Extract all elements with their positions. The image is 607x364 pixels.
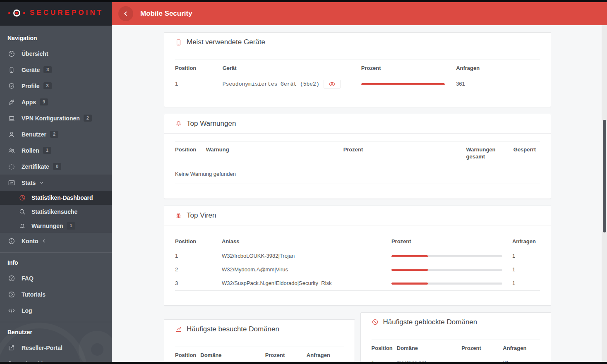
- pie-chart-icon: [18, 194, 26, 202]
- sidebar-item-log[interactable]: Log: [0, 302, 112, 318]
- logo-dot-icon: [8, 12, 10, 14]
- column-header: Position: [175, 233, 222, 249]
- sidebar-item-faq[interactable]: FAQ: [0, 270, 112, 286]
- warnings-table: Position Warnung Prozent Warnungen gesam…: [175, 141, 540, 184]
- sidebar-item-tutorials[interactable]: Tutorials: [0, 286, 112, 302]
- card-body: Position Gerät Prozent Anfragen 1 Pseudo…: [164, 52, 551, 107]
- bell-icon: [175, 120, 182, 127]
- sidebar-item-label: Tutorials: [22, 291, 46, 298]
- brand-logo[interactable]: SECUREPOINT: [0, 0, 112, 26]
- card-title: Meist verwendete Geräte: [187, 38, 265, 46]
- count-badge: 2: [50, 131, 58, 138]
- count-badge: 1: [67, 222, 75, 229]
- sidebar-item-label: Geräte: [22, 67, 40, 73]
- page-header: Mobile Security: [112, 2, 607, 25]
- sidebar-item-uebersicht[interactable]: Übersicht: [0, 46, 112, 62]
- column-header: Domäne: [200, 347, 265, 362]
- column-header: Anfragen: [307, 347, 344, 362]
- card-title: Häufigste geblockte Domänen: [383, 318, 477, 326]
- virus-name: W32/Mydoom.A@mm|Virus: [222, 263, 391, 277]
- table-row: 1 W32/Ircbot.GUKK-3982|Trojan 1: [175, 249, 540, 263]
- card-visited-domains: Häufigste besuchte Domänen Position Domä…: [164, 319, 355, 362]
- sidebar-item-vpn-konfigurationen[interactable]: VPN Konfigurationen 2: [0, 110, 112, 126]
- position-cell: 1: [175, 249, 222, 263]
- sidebar-item-statistikensuche[interactable]: Statistikensuche: [0, 205, 112, 219]
- domain-cell: meetrics.net: [397, 356, 461, 362]
- column-header: Prozent: [265, 347, 307, 362]
- column-header: Anfragen: [503, 340, 540, 356]
- count-badge: 0: [53, 163, 61, 170]
- sidebar-item-apps[interactable]: Apps 9: [0, 94, 112, 110]
- main-content: Meist verwendete Geräte Position Gerät P…: [112, 25, 607, 362]
- empty-message: Keine Warnung gefunden: [175, 165, 540, 184]
- table-row: 1 meetrics.net 31: [372, 356, 540, 362]
- sidebar-item-label: FAQ: [22, 275, 34, 282]
- column-header: Position: [372, 340, 397, 356]
- card-top-warnings: Top Warnungen Position Warnung Prozent W…: [164, 114, 551, 199]
- sidebar-item-reseller-portal[interactable]: Reseller-Portal: [0, 340, 112, 356]
- viruses-table: Position Anlass Prozent Anfragen 1 W32/I…: [175, 233, 540, 291]
- visited-domains-table: Position Domäne Prozent Anfragen 1 spieg…: [175, 347, 344, 362]
- column-header: Position: [175, 141, 206, 165]
- blocked-domains-table: Position Domäne Prozent Anfragen 1 meetr…: [372, 340, 540, 362]
- search-icon: [18, 208, 26, 216]
- sidebar-item-geraete[interactable]: Geräte 3: [0, 62, 112, 78]
- user-icon: [7, 130, 15, 138]
- requests-cell: 1: [512, 263, 540, 277]
- sidebar-item-label: Profile: [22, 83, 40, 89]
- back-button[interactable]: [118, 6, 133, 21]
- nav-section-info: Info: [0, 253, 112, 270]
- chevron-left-icon: [122, 10, 129, 17]
- count-badge: 2: [84, 115, 92, 122]
- empty-table-row: Keine Warnung gefunden: [175, 165, 540, 184]
- card-body: Position Anlass Prozent Anfragen 1 W32/I…: [164, 225, 551, 305]
- percent-bar: [391, 269, 502, 271]
- position-cell: 1: [175, 77, 223, 92]
- sidebar-item-label: VPN Konfigurationen: [22, 115, 80, 122]
- count-badge: 3: [43, 82, 52, 89]
- sidebar-item-label: Warnungen: [31, 223, 63, 229]
- card-body: Position Domäne Prozent Anfragen 1 meetr…: [361, 332, 551, 362]
- card-top-viruses: Top Viren Position Anlass Prozent Anfrag…: [164, 206, 551, 306]
- column-header: Prozent: [361, 60, 456, 77]
- percent-bar: [361, 83, 445, 85]
- sidebar-item-profile[interactable]: Profile 3: [0, 78, 112, 94]
- sidebar-item-warnungen[interactable]: Warnungen 1: [0, 219, 112, 233]
- sidebar-item-zertifikate[interactable]: Zertifikate 0: [0, 158, 112, 175]
- percent-bar: [391, 255, 502, 257]
- line-chart-icon: [175, 326, 182, 333]
- page-title: Mobile Security: [140, 10, 192, 18]
- scrollbar-thumb[interactable]: [603, 120, 606, 232]
- blocked-icon: [372, 318, 379, 326]
- column-header: Warnung: [206, 141, 343, 165]
- sidebar-item-label: Stats: [22, 180, 36, 186]
- code-icon: [7, 307, 15, 314]
- card-header: Meist verwendete Geräte: [164, 33, 551, 52]
- certificate-seal-icon: [7, 163, 15, 170]
- column-header: Prozent: [391, 233, 512, 249]
- laptop-icon: [7, 114, 15, 122]
- logo-ring-icon: [13, 10, 20, 17]
- scrollbar[interactable]: [602, 25, 607, 362]
- smartphone-icon: [7, 66, 15, 74]
- card-body: Position Warnung Prozent Warnungen gesam…: [164, 134, 551, 199]
- smartphone-icon: [175, 39, 182, 46]
- card-header: Häufigste besuchte Domänen: [164, 320, 355, 339]
- virus-name: W32/Ircbot.GUKK-3982|Trojan: [222, 249, 391, 263]
- table-row: 3 W32/SuspPack.N.gen!Eldorado|Security_R…: [175, 277, 540, 290]
- devices-table: Position Gerät Prozent Anfragen 1 Pseudo…: [175, 60, 540, 92]
- gauge-icon: [7, 50, 15, 57]
- view-device-button[interactable]: [324, 80, 341, 89]
- chevron-down-icon: [39, 180, 44, 185]
- column-header: Position: [175, 347, 200, 362]
- sidebar-item-statistiken-dashboard[interactable]: Statistiken-Dashboard: [0, 191, 112, 205]
- sidebar-item-benutzer[interactable]: Benutzer 2: [0, 126, 112, 142]
- card-blocked-domains: Häufigste geblockte Domänen Position Dom…: [360, 312, 552, 362]
- column-header: Gesperrt: [513, 141, 540, 165]
- sidebar-item-konto[interactable]: Konto: [0, 233, 112, 249]
- position-cell: 2: [175, 263, 222, 277]
- play-circle-icon: [7, 290, 15, 298]
- rocket-icon: [7, 98, 15, 106]
- sidebar-item-rollen[interactable]: Rollen 1: [0, 142, 112, 158]
- sidebar-item-stats[interactable]: Stats: [0, 175, 112, 191]
